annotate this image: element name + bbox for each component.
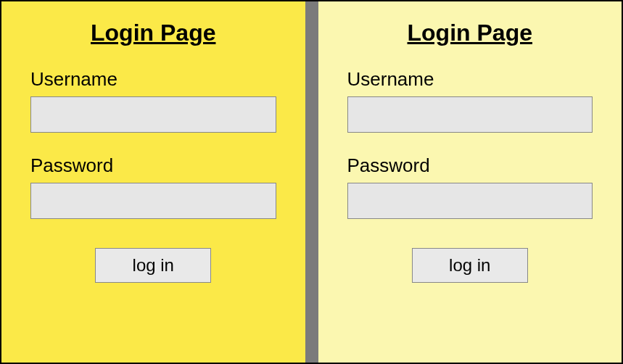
- password-input[interactable]: [347, 183, 593, 219]
- page-title: Login Page: [347, 20, 593, 46]
- page-title: Login Page: [30, 20, 276, 46]
- password-input[interactable]: [30, 183, 276, 219]
- username-label: Username: [347, 68, 593, 91]
- login-panel-left: Login Page Username Password log in: [1, 1, 305, 363]
- login-button[interactable]: log in: [95, 248, 211, 283]
- button-row: log in: [30, 248, 276, 283]
- username-label: Username: [30, 68, 276, 91]
- password-label: Password: [30, 154, 276, 177]
- username-input[interactable]: [347, 96, 593, 133]
- login-button[interactable]: log in: [412, 248, 528, 283]
- panel-divider: [305, 1, 318, 363]
- login-panel-right: Login Page Username Password log in: [318, 1, 622, 363]
- username-input[interactable]: [30, 96, 276, 133]
- button-row: log in: [347, 248, 593, 283]
- password-label: Password: [347, 154, 593, 177]
